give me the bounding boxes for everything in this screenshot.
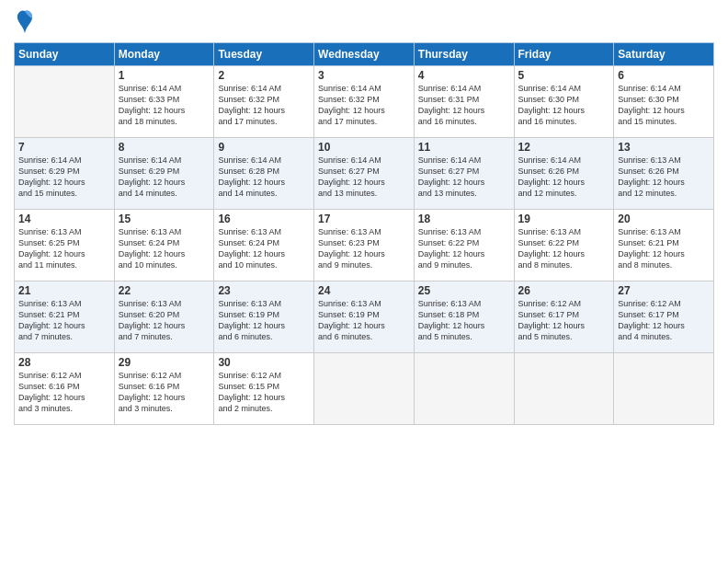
day-info: Sunrise: 6:14 AM Sunset: 6:27 PM Dayligh… bbox=[318, 155, 410, 200]
day-header-saturday: Saturday bbox=[614, 43, 714, 66]
day-number: 6 bbox=[618, 69, 710, 82]
day-info: Sunrise: 6:13 AM Sunset: 6:23 PM Dayligh… bbox=[318, 226, 410, 271]
day-number: 28 bbox=[18, 356, 110, 369]
day-number: 27 bbox=[618, 284, 710, 297]
day-number: 19 bbox=[518, 213, 610, 225]
page: SundayMondayTuesdayWednesdayThursdayFrid… bbox=[0, 0, 728, 563]
calendar-cell: 30Sunrise: 6:12 AM Sunset: 6:15 PM Dayli… bbox=[214, 353, 314, 425]
week-row-3: 14Sunrise: 6:13 AM Sunset: 6:25 PM Dayli… bbox=[15, 210, 714, 282]
day-number: 7 bbox=[18, 141, 110, 154]
day-number: 16 bbox=[218, 213, 310, 225]
calendar-cell: 8Sunrise: 6:14 AM Sunset: 6:29 PM Daylig… bbox=[114, 138, 214, 210]
day-number: 13 bbox=[618, 141, 710, 154]
calendar-cell: 5Sunrise: 6:14 AM Sunset: 6:30 PM Daylig… bbox=[514, 66, 614, 138]
calendar-cell: 24Sunrise: 6:13 AM Sunset: 6:19 PM Dayli… bbox=[314, 282, 415, 353]
day-number: 26 bbox=[518, 284, 610, 297]
logo bbox=[14, 9, 34, 35]
day-info: Sunrise: 6:12 AM Sunset: 6:15 PM Dayligh… bbox=[218, 370, 310, 415]
day-info: Sunrise: 6:13 AM Sunset: 6:19 PM Dayligh… bbox=[218, 298, 310, 343]
day-info: Sunrise: 6:13 AM Sunset: 6:18 PM Dayligh… bbox=[418, 298, 510, 343]
day-number: 8 bbox=[119, 141, 210, 154]
day-number: 3 bbox=[318, 69, 410, 82]
calendar-cell: 20Sunrise: 6:13 AM Sunset: 6:21 PM Dayli… bbox=[614, 210, 714, 282]
day-number: 12 bbox=[518, 141, 610, 154]
day-number: 25 bbox=[418, 284, 510, 297]
calendar-cell bbox=[614, 353, 714, 425]
calendar-cell: 26Sunrise: 6:12 AM Sunset: 6:17 PM Dayli… bbox=[514, 282, 614, 353]
day-number: 22 bbox=[119, 284, 210, 297]
calendar-cell bbox=[15, 66, 115, 138]
calendar-cell bbox=[414, 353, 514, 425]
day-number: 5 bbox=[518, 69, 610, 82]
week-row-5: 28Sunrise: 6:12 AM Sunset: 6:16 PM Dayli… bbox=[15, 353, 714, 425]
day-info: Sunrise: 6:13 AM Sunset: 6:24 PM Dayligh… bbox=[119, 226, 210, 271]
day-info: Sunrise: 6:13 AM Sunset: 6:22 PM Dayligh… bbox=[418, 226, 510, 271]
day-info: Sunrise: 6:14 AM Sunset: 6:29 PM Dayligh… bbox=[119, 155, 210, 200]
calendar-cell: 1Sunrise: 6:14 AM Sunset: 6:33 PM Daylig… bbox=[114, 66, 214, 138]
day-info: Sunrise: 6:12 AM Sunset: 6:17 PM Dayligh… bbox=[518, 298, 610, 343]
day-info: Sunrise: 6:14 AM Sunset: 6:29 PM Dayligh… bbox=[18, 155, 110, 200]
header-row: SundayMondayTuesdayWednesdayThursdayFrid… bbox=[15, 43, 714, 66]
calendar-cell: 25Sunrise: 6:13 AM Sunset: 6:18 PM Dayli… bbox=[414, 282, 514, 353]
day-info: Sunrise: 6:14 AM Sunset: 6:33 PM Dayligh… bbox=[119, 83, 210, 128]
day-number: 29 bbox=[119, 356, 210, 369]
day-number: 9 bbox=[218, 141, 310, 154]
calendar-cell: 14Sunrise: 6:13 AM Sunset: 6:25 PM Dayli… bbox=[15, 210, 115, 282]
calendar-cell: 23Sunrise: 6:13 AM Sunset: 6:19 PM Dayli… bbox=[214, 282, 314, 353]
day-number: 21 bbox=[18, 284, 110, 297]
day-number: 30 bbox=[218, 356, 310, 369]
day-info: Sunrise: 6:14 AM Sunset: 6:28 PM Dayligh… bbox=[218, 155, 310, 200]
day-number: 14 bbox=[18, 213, 110, 225]
day-number: 1 bbox=[119, 69, 210, 82]
calendar-cell: 10Sunrise: 6:14 AM Sunset: 6:27 PM Dayli… bbox=[314, 138, 415, 210]
calendar-cell: 19Sunrise: 6:13 AM Sunset: 6:22 PM Dayli… bbox=[514, 210, 614, 282]
day-number: 2 bbox=[218, 69, 310, 82]
calendar-cell: 17Sunrise: 6:13 AM Sunset: 6:23 PM Dayli… bbox=[314, 210, 415, 282]
day-info: Sunrise: 6:14 AM Sunset: 6:31 PM Dayligh… bbox=[418, 83, 510, 128]
day-header-thursday: Thursday bbox=[414, 43, 514, 66]
logo-bird-icon bbox=[16, 9, 34, 35]
day-info: Sunrise: 6:13 AM Sunset: 6:21 PM Dayligh… bbox=[18, 298, 110, 343]
day-info: Sunrise: 6:12 AM Sunset: 6:16 PM Dayligh… bbox=[119, 370, 210, 415]
day-header-friday: Friday bbox=[514, 43, 614, 66]
calendar-table: SundayMondayTuesdayWednesdayThursdayFrid… bbox=[14, 42, 714, 425]
day-info: Sunrise: 6:14 AM Sunset: 6:32 PM Dayligh… bbox=[318, 83, 410, 128]
calendar-cell: 12Sunrise: 6:14 AM Sunset: 6:26 PM Dayli… bbox=[514, 138, 614, 210]
day-info: Sunrise: 6:14 AM Sunset: 6:32 PM Dayligh… bbox=[218, 83, 310, 128]
day-number: 11 bbox=[418, 141, 510, 154]
day-number: 15 bbox=[119, 213, 210, 225]
day-number: 4 bbox=[418, 69, 510, 82]
day-info: Sunrise: 6:13 AM Sunset: 6:21 PM Dayligh… bbox=[618, 226, 710, 271]
calendar-cell: 11Sunrise: 6:14 AM Sunset: 6:27 PM Dayli… bbox=[414, 138, 514, 210]
day-number: 18 bbox=[418, 213, 510, 225]
calendar-cell: 7Sunrise: 6:14 AM Sunset: 6:29 PM Daylig… bbox=[15, 138, 115, 210]
calendar-cell: 28Sunrise: 6:12 AM Sunset: 6:16 PM Dayli… bbox=[15, 353, 115, 425]
day-header-monday: Monday bbox=[114, 43, 214, 66]
day-number: 10 bbox=[318, 141, 410, 154]
calendar-cell: 18Sunrise: 6:13 AM Sunset: 6:22 PM Dayli… bbox=[414, 210, 514, 282]
header bbox=[14, 9, 714, 35]
calendar-cell: 9Sunrise: 6:14 AM Sunset: 6:28 PM Daylig… bbox=[214, 138, 314, 210]
day-info: Sunrise: 6:13 AM Sunset: 6:20 PM Dayligh… bbox=[119, 298, 210, 343]
calendar-cell bbox=[314, 353, 415, 425]
day-number: 17 bbox=[318, 213, 410, 225]
calendar-cell: 16Sunrise: 6:13 AM Sunset: 6:24 PM Dayli… bbox=[214, 210, 314, 282]
calendar-cell: 29Sunrise: 6:12 AM Sunset: 6:16 PM Dayli… bbox=[114, 353, 214, 425]
day-info: Sunrise: 6:13 AM Sunset: 6:26 PM Dayligh… bbox=[618, 155, 710, 200]
day-number: 20 bbox=[618, 213, 710, 225]
day-info: Sunrise: 6:12 AM Sunset: 6:16 PM Dayligh… bbox=[18, 370, 110, 415]
calendar-cell: 3Sunrise: 6:14 AM Sunset: 6:32 PM Daylig… bbox=[314, 66, 415, 138]
calendar-cell: 6Sunrise: 6:14 AM Sunset: 6:30 PM Daylig… bbox=[614, 66, 714, 138]
day-info: Sunrise: 6:13 AM Sunset: 6:19 PM Dayligh… bbox=[318, 298, 410, 343]
day-info: Sunrise: 6:12 AM Sunset: 6:17 PM Dayligh… bbox=[618, 298, 710, 343]
calendar-cell: 27Sunrise: 6:12 AM Sunset: 6:17 PM Dayli… bbox=[614, 282, 714, 353]
day-info: Sunrise: 6:14 AM Sunset: 6:30 PM Dayligh… bbox=[618, 83, 710, 128]
day-number: 23 bbox=[218, 284, 310, 297]
calendar-cell bbox=[514, 353, 614, 425]
day-info: Sunrise: 6:13 AM Sunset: 6:24 PM Dayligh… bbox=[218, 226, 310, 271]
day-info: Sunrise: 6:14 AM Sunset: 6:26 PM Dayligh… bbox=[518, 155, 610, 200]
calendar-cell: 4Sunrise: 6:14 AM Sunset: 6:31 PM Daylig… bbox=[414, 66, 514, 138]
day-info: Sunrise: 6:13 AM Sunset: 6:25 PM Dayligh… bbox=[18, 226, 110, 271]
day-header-tuesday: Tuesday bbox=[214, 43, 314, 66]
calendar-cell: 2Sunrise: 6:14 AM Sunset: 6:32 PM Daylig… bbox=[214, 66, 314, 138]
